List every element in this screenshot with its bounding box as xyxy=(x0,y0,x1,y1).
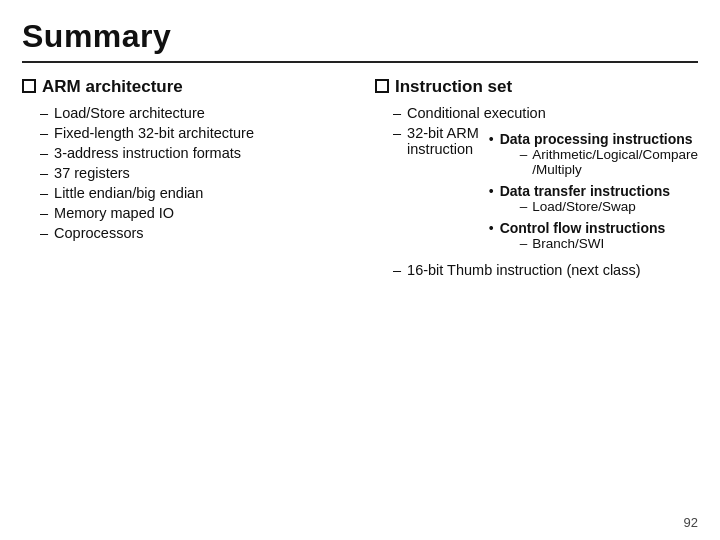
data-processing-sub: – Arithmetic/Logical/Compare /Multiply xyxy=(500,147,698,177)
sub-sub-list-item: – Load/Store/Swap xyxy=(520,199,670,214)
title-divider xyxy=(22,61,698,63)
arm-architecture-header: ARM architecture xyxy=(22,77,345,97)
bullet-icon: • xyxy=(489,183,494,199)
list-item: – Little endian/big endian xyxy=(40,185,345,201)
list-item: – Memory maped IO xyxy=(40,205,345,221)
dash-icon: – xyxy=(40,105,48,121)
sub-sub-list-item: – Arithmetic/Logical/Compare /Multiply xyxy=(520,147,698,177)
right-column: Instruction set – Conditional execution … xyxy=(375,77,698,509)
sub-list-item: • Data processing instructions – Arithme… xyxy=(489,131,698,179)
data-transfer-sub: – Load/Store/Swap xyxy=(500,199,670,214)
data-transfer-label: Data transfer instructions xyxy=(500,183,670,199)
list-item: – Load/Store architecture xyxy=(40,105,345,121)
arm-architecture-list: – Load/Store architecture – Fixed-length… xyxy=(22,105,345,241)
dash-icon: – xyxy=(520,199,528,214)
main-columns: ARM architecture – Load/Store architectu… xyxy=(22,77,698,509)
dash-icon: – xyxy=(40,165,48,181)
sub-list-item: • Control flow instructions – Branch/SWI xyxy=(489,220,698,253)
dash-icon: – xyxy=(520,236,528,251)
page: Summary ARM architecture – Load/Store ar… xyxy=(0,0,720,540)
list-item: – Fixed-length 32-bit architecture xyxy=(40,125,345,141)
list-item: – 32-bit ARM instruction • Data processi… xyxy=(393,125,698,256)
sub-sub-list-item: – Branch/SWI xyxy=(520,236,666,251)
bullet-icon: • xyxy=(489,131,494,147)
bullet-icon: • xyxy=(489,220,494,236)
dash-icon: – xyxy=(40,125,48,141)
dash-icon: – xyxy=(393,262,401,278)
list-item: – 16-bit Thumb instruction (next class) xyxy=(393,262,698,278)
list-item: – 37 registers xyxy=(40,165,345,181)
list-item: – 3-address instruction formats xyxy=(40,145,345,161)
arm-instruction-sub-list: • Data processing instructions – Arithme… xyxy=(485,127,698,256)
list-item: – Coprocessors xyxy=(40,225,345,241)
dash-icon: – xyxy=(40,205,48,221)
control-flow-sub: – Branch/SWI xyxy=(500,236,666,251)
sub-list-item: • Data transfer instructions – Load/Stor… xyxy=(489,183,698,216)
dash-icon: – xyxy=(40,145,48,161)
checkbox-arm xyxy=(22,79,36,93)
dash-icon: – xyxy=(40,225,48,241)
checkbox-instruction xyxy=(375,79,389,93)
left-column: ARM architecture – Load/Store architectu… xyxy=(22,77,345,509)
page-title: Summary xyxy=(22,18,698,55)
list-item: – Conditional execution xyxy=(393,105,698,121)
control-flow-label: Control flow instructions xyxy=(500,220,666,236)
page-number: 92 xyxy=(22,515,698,530)
instruction-set-header: Instruction set xyxy=(375,77,698,97)
arm-architecture-label: ARM architecture xyxy=(42,77,183,97)
32bit-arm-label: 32-bit ARM instruction xyxy=(407,125,481,157)
data-processing-label: Data processing instructions xyxy=(500,131,693,147)
dash-icon: – xyxy=(40,185,48,201)
dash-icon: – xyxy=(520,147,528,162)
dash-icon: – xyxy=(393,105,401,121)
instruction-set-label: Instruction set xyxy=(395,77,512,97)
instruction-set-top-list: – Conditional execution – 32-bit ARM ins… xyxy=(375,105,698,278)
dash-icon: – xyxy=(393,125,401,141)
